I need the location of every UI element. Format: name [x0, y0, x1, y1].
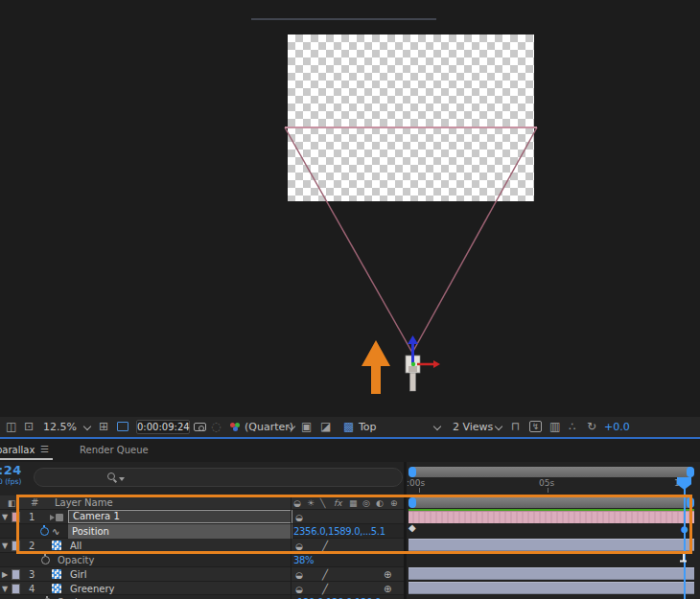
- tab-composition[interactable]: parallax: [0, 445, 35, 455]
- z-axis-arrowhead: [408, 335, 418, 344]
- pixel-aspect-icon[interactable]: ◪: [320, 420, 331, 433]
- chevron-down-icon[interactable]: [433, 423, 441, 430]
- column-divider: [291, 495, 292, 599]
- transparency-grid-icon[interactable]: ▩: [343, 420, 354, 433]
- index-column-header[interactable]: #: [31, 497, 38, 509]
- position-value[interactable]: 2356.0,1589.0,...5.1: [293, 525, 385, 538]
- opacity-value[interactable]: 38%: [293, 554, 314, 566]
- panel-tab-bar: parallax ☰ Render Queue: [0, 439, 700, 462]
- layer-index: 2: [29, 540, 35, 552]
- layer-row-camera-1[interactable]: ▼ 1 Camera 1 ◒: [0, 510, 404, 524]
- layer-row-girl[interactable]: ▶ 3 Girl ◒ ╱ ⊕: [0, 567, 404, 582]
- fast-previews-icon[interactable]: ↯: [529, 421, 542, 432]
- view-layout-dropdown[interactable]: 2 Views: [453, 421, 493, 433]
- expand-triangle-icon[interactable]: ▶: [2, 570, 8, 579]
- camera-layer-icon: [50, 514, 63, 521]
- expand-triangle-icon[interactable]: ▼: [2, 541, 8, 550]
- region-of-interest-icon[interactable]: [117, 422, 128, 431]
- quality-toggle-icon[interactable]: ╱: [322, 568, 328, 581]
- stopwatch-icon[interactable]: [41, 556, 50, 564]
- current-time-big-display[interactable]: :24: [0, 463, 22, 477]
- playhead-line[interactable]: [684, 487, 686, 599]
- panel-menu-icon[interactable]: ☰: [40, 444, 49, 454]
- share-view-icon[interactable]: ⊓: [511, 420, 520, 433]
- chevron-down-icon[interactable]: [495, 423, 502, 430]
- composition-toolbar: ◫ ⊡ 12.5% ⊞ 0:00:09:24 ◌ (Quarter) ▣ ◪ ▩…: [0, 417, 700, 437]
- shy-column-icon[interactable]: ◒: [293, 497, 301, 509]
- frame-blend-column-icon[interactable]: ▦: [349, 497, 358, 509]
- panel-divider[interactable]: [404, 462, 407, 599]
- composition-viewport[interactable]: [0, 0, 700, 417]
- label-color-swatch[interactable]: [12, 512, 20, 522]
- three-d-toggle-icon[interactable]: ⊕: [384, 583, 391, 595]
- quality-column-icon[interactable]: ╲: [320, 497, 325, 509]
- shy-toggle-icon[interactable]: ◒: [295, 513, 303, 522]
- property-row-opacity[interactable]: Opacity 38%: [0, 553, 404, 567]
- layer-row-greenery[interactable]: ▼ 4 Greenery ◒ ╱ ⊕: [0, 582, 404, 595]
- flowchart-icon[interactable]: ◫: [6, 420, 16, 433]
- time-navigator-bar[interactable]: [408, 467, 694, 477]
- quality-toggle-icon[interactable]: ╱: [322, 540, 328, 552]
- shy-toggle-icon[interactable]: ◒: [295, 585, 303, 594]
- search-icon[interactable]: [107, 472, 115, 480]
- timeline-panel-icon[interactable]: ▥: [549, 420, 560, 433]
- collapse-column-icon[interactable]: ☀: [307, 497, 315, 509]
- motion-blur-column-icon[interactable]: ◎: [362, 497, 370, 509]
- annotation-arrow: [362, 340, 390, 394]
- resolution-dropdown[interactable]: (Quarter): [245, 421, 293, 433]
- mask-visibility-icon[interactable]: ▣: [301, 420, 312, 433]
- reset-exposure-icon[interactable]: ↻: [587, 420, 596, 433]
- label-color-swatch[interactable]: [12, 541, 20, 551]
- girl-layer-bar[interactable]: [408, 567, 694, 580]
- search-caret-icon[interactable]: [119, 477, 125, 481]
- screen-icon[interactable]: ⊡: [24, 420, 34, 433]
- layer-name[interactable]: All: [70, 540, 82, 552]
- greenery-layer-bar[interactable]: [408, 582, 694, 594]
- all-layer-bar[interactable]: [408, 539, 694, 551]
- three-d-column-icon[interactable]: ⊕: [390, 497, 398, 509]
- expand-triangle-icon[interactable]: ▼: [2, 513, 8, 521]
- shy-toggle-icon[interactable]: ◒: [295, 570, 303, 580]
- grid-options-icon[interactable]: ⊞: [99, 420, 108, 433]
- camera-object[interactable]: [406, 335, 440, 391]
- layer-name-selected-box[interactable]: Camera 1: [68, 510, 292, 523]
- property-name-selected-cell[interactable]: Position: [68, 524, 292, 539]
- layer-row-all[interactable]: ▼ 2 All ◒ ╱: [0, 539, 404, 553]
- timeline-panel: :24 0 (fps) :00s 05s 10s ◧ # Layer Name …: [0, 462, 700, 599]
- label-color-column-icon[interactable]: ◧: [8, 497, 16, 509]
- layer-name: Camera 1: [73, 511, 120, 522]
- frame-rate-display: 0 (fps): [0, 477, 21, 486]
- work-area-bar[interactable]: [408, 497, 694, 508]
- property-name: Opacity: [58, 554, 94, 566]
- view-popup-dropdown[interactable]: Top: [359, 421, 377, 433]
- camera-layer-bar[interactable]: [408, 511, 694, 523]
- label-color-swatch[interactable]: [12, 569, 20, 580]
- show-snapshot-icon[interactable]: ◌: [211, 420, 221, 433]
- fx-column-icon[interactable]: fx: [334, 497, 342, 509]
- three-d-toggle-icon[interactable]: ⊕: [384, 568, 391, 581]
- property-row-position[interactable]: ∿ Position 2356.0,1589.0,...5.1: [0, 524, 404, 539]
- keyframe-icon[interactable]: ◆: [408, 523, 416, 533]
- stopwatch-icon[interactable]: [40, 527, 49, 536]
- quality-toggle-icon[interactable]: ╱: [322, 583, 328, 595]
- comp-flowchart-icon[interactable]: ∴: [569, 420, 576, 433]
- snapshot-camera-icon[interactable]: [194, 423, 206, 431]
- shy-toggle-icon[interactable]: ◒: [295, 541, 303, 551]
- exposure-value[interactable]: +0.0: [604, 421, 630, 433]
- layer-name-column-header[interactable]: Layer Name: [55, 497, 113, 508]
- tab-render-queue[interactable]: Render Queue: [80, 445, 149, 455]
- adjustment-column-icon[interactable]: ◐: [376, 497, 384, 509]
- layer-name[interactable]: Girl: [70, 568, 86, 581]
- graph-editor-icon[interactable]: ∿: [52, 525, 59, 538]
- y-axis-dot: [411, 362, 415, 366]
- show-channel-icon[interactable]: [230, 423, 244, 432]
- label-color-swatch[interactable]: [12, 584, 20, 594]
- search-input[interactable]: [34, 468, 403, 487]
- chevron-down-icon[interactable]: [83, 423, 91, 430]
- current-time-display[interactable]: 0:00:09:24: [136, 420, 190, 434]
- magnification-value[interactable]: 12.5%: [43, 421, 77, 433]
- expand-triangle-icon[interactable]: ▼: [2, 585, 8, 593]
- playhead-marker[interactable]: [677, 477, 691, 490]
- property-row-scale[interactable]: Scale 120.0,120.0,120.0: [0, 595, 404, 599]
- layer-name[interactable]: Greenery: [70, 583, 114, 595]
